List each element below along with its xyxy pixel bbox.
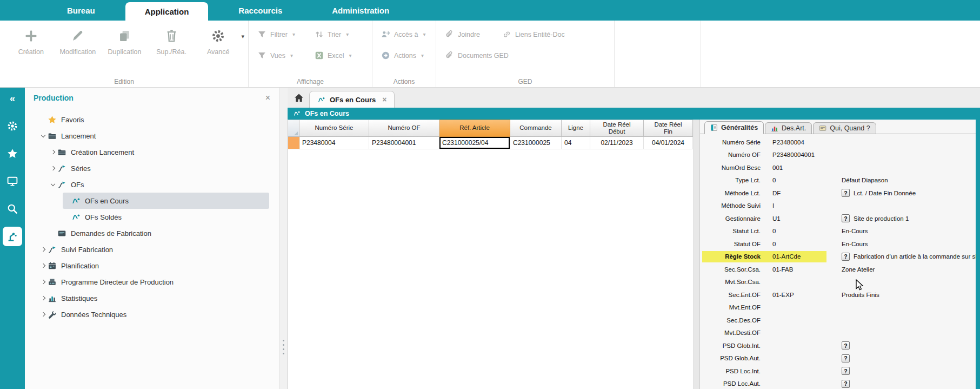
ribbon-button-trier[interactable]: Trier▾: [312, 28, 364, 41]
ribbon-button-vues[interactable]: Vues▾: [255, 49, 307, 62]
col-header-date-reel-debut[interactable]: Date Réel Début: [590, 120, 644, 137]
nav-item-favoris[interactable]: Favoris: [25, 111, 279, 128]
nav-close-icon[interactable]: ×: [265, 93, 270, 103]
tab-ofs-en-cours[interactable]: OFs en Cours ×: [309, 91, 395, 108]
menu-tab-raccourcis[interactable]: Raccourcis: [219, 0, 302, 21]
nav-item-demandes-de-fabrication[interactable]: Demandes de Fabrication: [25, 225, 279, 241]
col-header-numero-of[interactable]: Numéro OF: [369, 120, 439, 137]
menu-tab-administration[interactable]: Administration: [312, 0, 409, 21]
caret-closed-icon[interactable]: [39, 248, 48, 251]
strip-desktop-button[interactable]: [3, 172, 22, 191]
nav-item-ofs-soldes[interactable]: OFs Soldés: [25, 209, 279, 225]
nav-item-donnees-techniques[interactable]: Données Techniques: [25, 306, 279, 322]
help-button[interactable]: ?: [842, 380, 850, 388]
ribbon-button-excel[interactable]: Excel▾: [312, 49, 364, 62]
cell-numero-of[interactable]: P23480004001: [369, 137, 439, 149]
nav-item-series[interactable]: Séries: [25, 160, 279, 176]
ribbon-button-label: Liens Entité-Doc: [515, 31, 565, 38]
home-tab-button[interactable]: [292, 91, 306, 105]
ribbon-button-liens-entite-doc[interactable]: Liens Entité-Doc: [500, 28, 567, 41]
cell-ligne[interactable]: 04: [562, 137, 590, 149]
ribbon-button-modification[interactable]: Modification: [55, 24, 102, 56]
help-button[interactable]: ?: [842, 341, 850, 350]
nav-item-programme-directeur-de-production[interactable]: Programme Directeur de Production: [25, 274, 279, 290]
strip-production-button[interactable]: [3, 227, 22, 246]
paperclip-icon: [445, 51, 454, 60]
menu-tab-application[interactable]: Application: [125, 2, 209, 21]
tab-close-icon[interactable]: ×: [382, 95, 386, 104]
collapse-sidebar-button[interactable]: «: [10, 93, 15, 104]
help-button[interactable]: ?: [842, 253, 850, 261]
field-row-regle-stock: Règle Stock01-ArtCde?Fabrication d'un ar…: [700, 250, 976, 263]
ribbon-button-filtrer[interactable]: Filtrer▾: [255, 28, 307, 41]
col-header-numero-serie[interactable]: Numéro Série: [299, 120, 369, 137]
caret-closed-icon[interactable]: [49, 167, 57, 170]
caret-open-icon[interactable]: [49, 184, 57, 186]
dropdown-arrow-icon[interactable]: ▾: [423, 31, 425, 37]
field-label: Sec.Des.OF: [703, 317, 761, 324]
help-button[interactable]: ?: [842, 214, 850, 222]
ribbon-button-acces-a[interactable]: Accès à▾: [379, 28, 431, 41]
select-all-cell[interactable]: [288, 120, 299, 137]
cell-ref-article[interactable]: C231000025/04: [439, 137, 510, 149]
ribbon-button-label: Création: [18, 48, 44, 56]
dropdown-arrow-icon[interactable]: ▾: [349, 52, 352, 58]
col-header-date-reel-fin[interactable]: Date Réel Fin: [644, 120, 693, 137]
ribbon-group-label: Actions: [372, 78, 436, 85]
ribbon-button-creation[interactable]: Création: [8, 24, 55, 56]
panel-splitter[interactable]: [279, 88, 288, 389]
nav-item-planification[interactable]: Planification: [25, 258, 279, 274]
nav-item-ofs[interactable]: OFs: [25, 176, 279, 193]
caret-closed-icon[interactable]: [39, 296, 48, 300]
splitter-grip-icon[interactable]: [283, 340, 284, 354]
caret-closed-icon[interactable]: [39, 264, 48, 267]
caret-closed-icon[interactable]: [39, 313, 48, 316]
caret-closed-icon[interactable]: [39, 280, 48, 283]
ribbon-button-actions[interactable]: Actions▾: [379, 49, 431, 62]
ribbon-button-label: Documents GED: [458, 52, 509, 60]
row-marker[interactable]: [288, 137, 299, 149]
ribbon-small-row: Vues▾Excel▾: [255, 49, 365, 62]
ribbon-button-sup-rea[interactable]: Sup./Réa.: [148, 24, 195, 56]
caret-open-icon[interactable]: [39, 135, 48, 137]
nav-item-ofs-en-cours[interactable]: OFs en Cours: [63, 193, 269, 209]
nav-item-suivi-fabrication[interactable]: Suivi Fabrication: [25, 241, 279, 258]
field-desc: ?Site de production 1: [842, 214, 909, 222]
help-button[interactable]: ?: [842, 354, 850, 362]
dropdown-arrow-icon[interactable]: ▾: [346, 31, 349, 37]
col-header-ligne[interactable]: Ligne: [562, 120, 590, 137]
help-button[interactable]: ?: [842, 189, 850, 197]
ribbon-button-duplication[interactable]: Duplication: [101, 24, 148, 56]
strip-favorites-button[interactable]: [3, 144, 22, 163]
table-row[interactable]: P23480004P23480004001C231000025/04C23100…: [288, 137, 694, 149]
dropdown-arrow-icon[interactable]: ▾: [241, 33, 244, 40]
field-label: Mvt.Ent.OF: [703, 304, 761, 311]
dropdown-arrow-icon[interactable]: ▾: [290, 52, 293, 58]
ribbon-button-avance[interactable]: Avancé▾: [195, 24, 242, 56]
cell-date-reel-debut[interactable]: 02/11/2023: [590, 137, 644, 149]
nav-item-statistiques[interactable]: Statistiques: [25, 290, 279, 306]
panel-tab-label: Des.Art.: [782, 124, 806, 132]
cell-commande[interactable]: C231000025: [510, 137, 562, 149]
panel-tab-des-art[interactable]: Des.Art.: [765, 122, 812, 134]
ribbon-button-documents-ged[interactable]: Documents GED: [443, 49, 511, 62]
help-button[interactable]: ?: [842, 367, 850, 375]
caret-closed-icon[interactable]: [49, 150, 57, 154]
ribbon-button-label: Accès à: [394, 31, 418, 38]
panel-tab-qui-quand[interactable]: Qui, Quand ?: [813, 122, 876, 134]
ribbon-button-joindre[interactable]: Joindre: [443, 28, 495, 41]
dropdown-arrow-icon[interactable]: ▾: [421, 52, 424, 58]
nav-item-creation-lancement[interactable]: Création Lancement: [25, 144, 279, 160]
col-header-ref-article[interactable]: Réf. Article: [439, 120, 510, 137]
strip-search-button[interactable]: [3, 199, 22, 219]
view-title-bar: OFs en Cours: [288, 108, 980, 120]
cell-numero-serie[interactable]: P23480004: [299, 137, 369, 149]
nav-item-lancement[interactable]: Lancement: [25, 128, 279, 144]
cell-date-reel-fin[interactable]: 04/01/2024: [644, 137, 693, 149]
menu-tab-bureau[interactable]: Bureau: [48, 0, 115, 21]
col-header-commande[interactable]: Commande: [510, 120, 562, 137]
field-value: U1: [772, 215, 837, 222]
dropdown-arrow-icon[interactable]: ▾: [292, 31, 295, 37]
strip-settings-button[interactable]: [3, 116, 22, 136]
panel-tab-generalites[interactable]: Généralités: [704, 121, 764, 134]
